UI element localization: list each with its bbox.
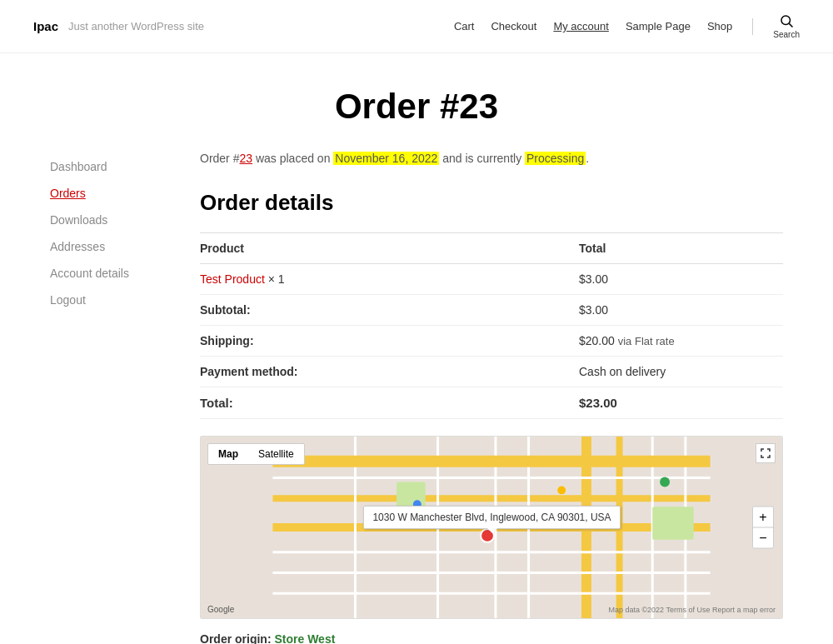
order-date: November 16, 2022 [333,152,439,165]
sidebar-nav: Dashboard Orders Downloads Addresses Acc… [50,160,167,307]
payment-value: Cash on delivery [579,357,783,387]
page-title: Order #23 [17,87,816,127]
nav-checkout[interactable]: Checkout [491,20,536,32]
col-total: Total [579,233,783,264]
map-controls: Map Satellite [207,443,305,465]
product-total: $3.00 [579,264,783,295]
order-details-title: Order details [200,190,783,216]
sidebar-item-logout[interactable]: Logout [50,293,167,307]
site-tagline: Just another WordPress site [68,20,204,32]
map-zoom-controls: + − [752,507,774,549]
shipping-value: $20.00 [579,334,615,347]
nav-sample-page[interactable]: Sample Page [626,20,691,32]
site-header: Ipac Just another WordPress site Cart Ch… [0,0,833,53]
subtotal-label: Subtotal: [200,295,579,326]
search-label: Search [773,30,800,39]
order-origin-label: Order origin: [200,632,272,644]
svg-point-21 [557,486,566,494]
order-mid-text: was placed on [252,152,333,165]
col-product: Product [200,233,579,264]
nav-shop[interactable]: Shop [707,20,732,32]
product-qty: × 1 [268,272,285,286]
shipping-label: Shipping: [200,326,579,357]
svg-point-22 [660,477,670,487]
map-container: Map Satellite 1030 W Manchester Blvd, In… [200,436,783,619]
order-number-link[interactable]: 23 [239,152,252,165]
sidebar-item-downloads[interactable]: Downloads [50,213,167,227]
payment-row: Payment method: Cash on delivery [200,357,783,387]
google-logo: Google [207,605,234,614]
subtotal-value: $3.00 [579,295,783,326]
order-status-prefix: Order # [200,152,239,165]
nav-my-account[interactable]: My account [553,20,608,32]
total-label: Total: [200,387,579,419]
page-title-section: Order #23 [0,53,833,152]
order-origin: Order origin: Store West [200,632,783,644]
shipping-cell: $20.00 via Flat rate [579,326,783,357]
payment-label: Payment method: [200,357,579,387]
sidebar: Dashboard Orders Downloads Addresses Acc… [50,152,167,644]
search-button[interactable]: Search [773,13,800,39]
order-status-text: Order #23 was placed on November 16, 202… [200,152,783,165]
table-row: Test Product × 1 $3.00 [200,264,783,295]
store-link[interactable]: Store West [274,632,335,644]
shipping-note: via Flat rate [618,335,675,347]
sidebar-item-orders[interactable]: Orders [50,187,167,200]
order-suffix: . [586,152,589,165]
product-link[interactable]: Test Product [200,272,265,286]
map-attribution: Map data ©2022 Terms of Use Report a map… [608,606,776,614]
map-background: Map Satellite 1030 W Manchester Blvd, In… [201,437,782,618]
map-zoom-out[interactable]: − [753,528,773,548]
map-zoom-in[interactable]: + [753,507,773,527]
order-status: Processing [525,152,586,165]
sidebar-item-addresses[interactable]: Addresses [50,240,167,253]
order-table: Product Total Test Product × 1 $3.00 Sub… [200,232,783,419]
map-fullscreen-button[interactable] [756,443,776,463]
header-divider [752,18,753,35]
svg-rect-18 [652,507,694,540]
search-icon [779,13,794,28]
svg-line-1 [790,23,793,27]
fullscreen-icon [761,448,771,458]
subtotal-row: Subtotal: $3.00 [200,295,783,326]
sidebar-item-account-details[interactable]: Account details [50,267,167,280]
map-address-text: 1030 W Manchester Blvd, Inglewood, CA 90… [372,512,611,523]
shipping-row: Shipping: $20.00 via Flat rate [200,326,783,357]
order-end-text: and is currently [439,152,525,165]
total-value: $23.00 [579,387,783,419]
total-row: Total: $23.00 [200,387,783,419]
nav-cart[interactable]: Cart [454,20,475,32]
map-tab-satellite[interactable]: Satellite [248,444,304,464]
main-content: Dashboard Orders Downloads Addresses Acc… [17,152,816,644]
product-cell: Test Product × 1 [200,264,579,295]
map-address-tooltip: 1030 W Manchester Blvd, Inglewood, CA 90… [363,506,620,529]
svg-point-0 [781,16,791,25]
site-title: Ipac [33,19,58,33]
map-tab-map[interactable]: Map [208,444,248,464]
sidebar-item-dashboard[interactable]: Dashboard [50,160,167,173]
order-content: Order #23 was placed on November 16, 202… [200,152,783,644]
header-left: Ipac Just another WordPress site [33,19,204,33]
header-nav: Cart Checkout My account Sample Page Sho… [454,13,800,39]
